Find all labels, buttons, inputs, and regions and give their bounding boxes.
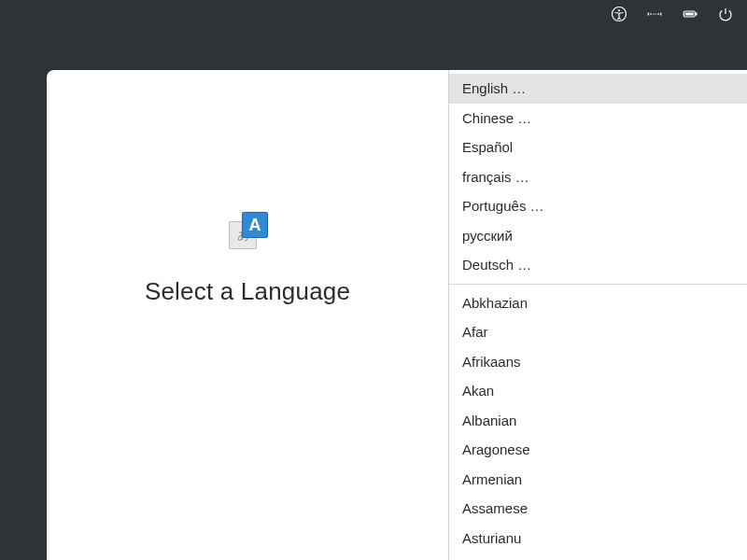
language-item[interactable]: Afar (449, 317, 747, 347)
svg-point-3 (654, 13, 655, 14)
setup-panel: あ A Select a Language English …Chinese …… (47, 70, 747, 560)
language-item[interactable]: Assamese (449, 494, 747, 524)
svg-rect-7 (696, 13, 698, 16)
left-pane: あ A Select a Language (47, 70, 448, 560)
language-icon: あ A (229, 212, 266, 249)
svg-point-4 (655, 13, 656, 14)
language-item[interactable]: Asturianu (449, 524, 747, 553)
language-item[interactable]: English … (449, 74, 747, 104)
language-item[interactable]: Afrikaans (449, 347, 747, 377)
language-item[interactable]: Deutsch … (449, 250, 747, 280)
network-icon[interactable] (646, 6, 663, 22)
language-item[interactable]: русский (449, 221, 747, 251)
list-divider (449, 284, 747, 285)
language-item[interactable]: Español (449, 133, 747, 162)
top-bar (0, 0, 747, 28)
language-item[interactable]: Avaric (449, 553, 747, 560)
language-list[interactable]: English …Chinese …Españolfrançais …Portu… (448, 70, 747, 560)
svg-point-1 (618, 9, 620, 11)
language-item[interactable]: Chinese … (449, 104, 747, 133)
language-item[interactable]: Aragonese (449, 435, 747, 465)
svg-point-2 (653, 13, 654, 14)
language-item[interactable]: français … (449, 162, 747, 192)
language-icon-front: A (242, 212, 268, 238)
page-title: Select a Language (145, 277, 350, 306)
svg-rect-6 (685, 13, 694, 16)
battery-icon[interactable] (682, 6, 698, 22)
language-item[interactable]: Abkhazian (449, 288, 747, 318)
language-item[interactable]: Português … (449, 191, 747, 221)
language-item[interactable]: Armenian (449, 465, 747, 495)
accessibility-icon[interactable] (611, 6, 627, 22)
language-item[interactable]: Akan (449, 376, 747, 406)
language-item[interactable]: Albanian (449, 406, 747, 436)
power-icon[interactable] (717, 6, 734, 22)
